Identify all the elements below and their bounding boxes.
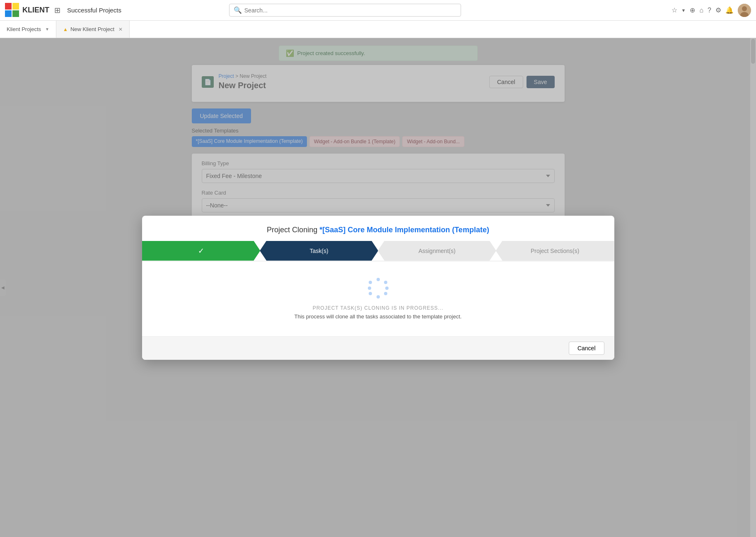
topbar-right: ☆ ▼ ⊕ ⌂ ? ⚙ 🔔 <box>671 4 751 17</box>
tab-label: New Klient Project <box>70 26 114 32</box>
topbar: KLIENT ⊞ Successful Projects 🔍 ☆ ▼ ⊕ ⌂ ?… <box>0 0 756 21</box>
tab-triangle-icon: ▲ <box>63 26 68 32</box>
stepper: ✓ Task(s) Assignment(s) Project Sections… <box>142 241 614 261</box>
spinner-wrap <box>152 278 604 299</box>
plus-icon[interactable]: ⊕ <box>690 6 695 14</box>
tab-close-icon[interactable]: ✕ <box>118 26 123 32</box>
bell-icon[interactable]: 🔔 <box>725 6 734 14</box>
modal: Project Cloning *[SaaS] Core Module Impl… <box>142 216 614 360</box>
main-content: ✅ Project created successfully. 📄 Projec… <box>0 38 756 537</box>
modal-cancel-button[interactable]: Cancel <box>569 342 604 355</box>
star-icon[interactable]: ☆ <box>671 6 677 14</box>
help-icon[interactable]: ? <box>708 7 711 14</box>
modal-footer: Cancel <box>142 336 614 360</box>
grid-icon[interactable]: ⊞ <box>54 6 60 15</box>
step-3-label: Assignment(s) <box>418 248 455 254</box>
dot-1 <box>377 278 380 281</box>
tab-label: Klient Projects <box>7 26 41 32</box>
dot-6 <box>369 292 372 295</box>
modal-title: Project Cloning *[SaaS] Core Module Impl… <box>142 216 614 241</box>
dot-2 <box>384 281 387 284</box>
svg-rect-2 <box>5 10 12 17</box>
step-3: Assignment(s) <box>378 241 496 261</box>
search-icon: 🔍 <box>234 6 242 14</box>
search-input[interactable] <box>244 7 456 14</box>
loading-title: PROJECT TASK(S) CLONING IS IN PROGRESS..… <box>152 305 604 311</box>
dot-4 <box>384 292 387 295</box>
app-title: Successful Projects <box>67 7 121 14</box>
modal-title-prefix: Project Cloning <box>267 226 319 234</box>
svg-rect-0 <box>5 3 12 10</box>
modal-body: PROJECT TASK(S) CLONING IS IN PROGRESS..… <box>142 261 614 336</box>
step-2: Task(s) <box>260 241 378 261</box>
dot-5 <box>377 295 380 299</box>
modal-overlay: Project Cloning *[SaaS] Core Module Impl… <box>0 38 756 537</box>
app-name: KLIENT <box>22 6 49 14</box>
tab-dropdown-icon[interactable]: ▼ <box>45 27 49 31</box>
step-2-label: Task(s) <box>310 248 328 254</box>
home-icon[interactable]: ⌂ <box>699 7 703 14</box>
logo: KLIENT <box>5 3 49 18</box>
dot-3 <box>385 287 389 290</box>
tab-klient-projects[interactable]: Klient Projects ▼ <box>0 21 56 38</box>
modal-title-highlight: *[SaaS] Core Module Implementation (Temp… <box>319 226 489 234</box>
svg-point-5 <box>742 6 747 11</box>
tab-new-klient-project[interactable]: ▲ New Klient Project ✕ <box>56 21 130 38</box>
step-4-label: Project Sections(s) <box>531 248 579 254</box>
tabbar: Klient Projects ▼ ▲ New Klient Project ✕ <box>0 21 756 38</box>
dropdown-icon[interactable]: ▼ <box>681 8 686 13</box>
logo-icon <box>5 3 20 18</box>
step-1-check: ✓ <box>198 246 204 255</box>
svg-rect-3 <box>12 10 19 17</box>
step-1: ✓ <box>142 241 261 261</box>
search-bar[interactable]: 🔍 <box>229 4 461 17</box>
dot-spinner <box>368 278 389 299</box>
dot-8 <box>369 281 372 284</box>
avatar[interactable] <box>738 4 751 17</box>
loading-sub: This process will clone all the tasks as… <box>152 313 604 320</box>
dot-7 <box>368 287 371 290</box>
svg-rect-1 <box>12 3 19 10</box>
step-4: Project Sections(s) <box>496 241 614 261</box>
settings-icon[interactable]: ⚙ <box>715 6 721 14</box>
